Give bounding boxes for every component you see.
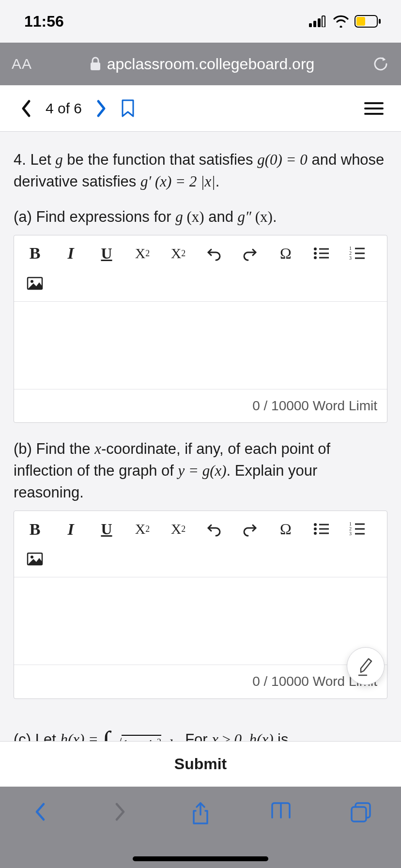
word-limit-label: 0 / 10000 Word Limit [14,665,387,698]
bold-button[interactable]: B [17,515,53,543]
editor-textarea[interactable] [14,302,387,389]
status-time: 11:56 [24,13,64,31]
browser-url-bar: AA apclassroom.collegeboard.org [0,43,401,85]
subscript-button[interactable]: X2 [160,239,196,267]
superscript-button[interactable]: X2 [124,239,160,267]
special-char-button[interactable]: Ω [268,239,304,267]
svg-text:3: 3 [349,255,352,261]
part-c-label: (c) Let h(x) = ∫x0 √1 + 4t2 dt. For x ≥ … [14,714,387,741]
battery-icon [355,15,382,28]
problem-statement: 4. Let g be the function that satisfies … [14,149,387,193]
special-char-button[interactable]: Ω [268,515,304,543]
submit-button[interactable]: Submit [0,741,401,787]
url-text: apclassroom.collegeboard.org [107,55,315,73]
question-number: 4. [14,151,26,168]
browser-back-button[interactable] [11,801,69,822]
bold-button[interactable]: B [17,239,53,267]
bookmark-button[interactable] [114,99,142,118]
lock-icon [90,57,101,71]
image-button[interactable] [17,545,53,573]
text-size-button[interactable]: AA [12,56,32,72]
underline-button[interactable]: U [89,239,124,267]
home-indicator[interactable] [133,856,268,861]
question-content: 4. Let g be the function that satisfies … [0,132,401,741]
question-nav-bar: 4 of 6 [0,85,401,132]
svg-point-38 [31,556,33,558]
part-a-label: (a) Find expressions for g (x) and g″ (x… [14,206,387,228]
editor-toolbar: B I U X2 X2 Ω 123 [14,235,387,302]
superscript-button[interactable]: X2 [124,515,160,543]
menu-button[interactable] [360,101,387,116]
numbered-list-button[interactable]: 123 [339,515,375,543]
status-indicators [309,15,382,28]
svg-point-25 [314,523,317,526]
redo-button[interactable] [232,239,268,267]
wifi-icon [332,15,350,28]
svg-point-29 [314,532,317,535]
svg-point-27 [314,527,317,530]
answer-editor-b: B I U X2 X2 Ω 123 0 / 10000 Word Limit [14,511,387,699]
word-limit-label: 0 / 10000 Word Limit [14,389,387,423]
svg-point-11 [314,248,317,250]
svg-rect-7 [91,62,100,70]
redo-button[interactable] [232,515,268,543]
numbered-list-button[interactable]: 123 [339,239,375,267]
browser-forward-button[interactable] [91,801,149,822]
integral-expression: ∫x0 √1 + 4t2 dt [102,714,177,741]
svg-rect-0 [309,23,312,27]
refresh-button[interactable] [372,55,389,73]
underline-button[interactable]: U [89,515,124,543]
svg-rect-3 [322,16,325,27]
svg-point-24 [31,280,33,283]
status-bar: 11:56 [0,0,401,43]
bullet-list-button[interactable] [304,239,339,267]
italic-button[interactable]: I [53,515,89,543]
url-display[interactable]: apclassroom.collegeboard.org [42,55,362,73]
svg-rect-6 [379,19,381,24]
editor-textarea[interactable] [14,577,387,665]
italic-button[interactable]: I [53,239,89,267]
annotate-button[interactable] [347,647,385,685]
part-b-label: (b) Find the x-coordinate, if any, of ea… [14,438,387,504]
tabs-button[interactable] [332,801,390,823]
browser-bottom-toolbar [0,787,401,868]
svg-rect-42 [352,807,366,822]
share-button[interactable] [171,801,230,825]
bullet-list-button[interactable] [304,515,339,543]
undo-button[interactable] [196,515,232,543]
svg-rect-5 [356,17,365,26]
answer-editor-a: B I U X2 X2 Ω 123 0 / 10000 Word Limit [14,235,387,423]
svg-rect-2 [318,18,321,27]
bookmarks-button[interactable] [252,801,310,821]
svg-rect-1 [313,21,316,27]
question-counter: 4 of 6 [39,100,89,117]
svg-text:3: 3 [349,531,352,536]
next-question-button[interactable] [89,99,114,118]
prev-question-button[interactable] [14,99,39,118]
image-button[interactable] [17,269,53,297]
undo-button[interactable] [196,239,232,267]
svg-point-13 [314,252,317,255]
cellular-icon [309,16,327,27]
editor-toolbar: B I U X2 X2 Ω 123 [14,511,387,577]
subscript-button[interactable]: X2 [160,515,196,543]
svg-point-15 [314,256,317,259]
